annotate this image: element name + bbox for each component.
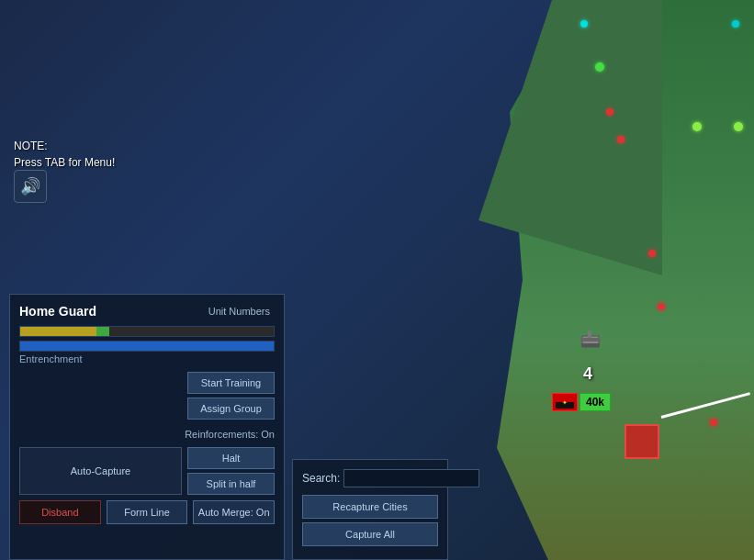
unit-control-panel: Home Guard Unit Numbers Entrenchment Sta… <box>9 294 285 560</box>
search-label: Search: <box>302 472 340 485</box>
map-dot-4 <box>734 122 743 131</box>
sound-icon[interactable]: 🔊 <box>14 170 47 203</box>
reinforcements-status: Reinforcements: On <box>19 429 275 440</box>
start-training-button[interactable]: Start Training <box>187 372 275 394</box>
halt-button[interactable]: Halt <box>187 447 275 469</box>
bottom-button-row: Disband Form Line Auto Merge: On <box>19 500 275 524</box>
panel-header: Home Guard Unit Numbers <box>19 304 275 319</box>
map-dot-1 <box>732 20 739 28</box>
halt-split-col: Halt Split in half <box>187 447 275 495</box>
entrenchment-fill <box>20 342 274 351</box>
search-input[interactable] <box>343 469 479 487</box>
unit-flag: ✦ <box>552 393 578 411</box>
auto-merge-button[interactable]: Auto Merge: On <box>193 500 275 524</box>
strength-bar <box>19 326 275 337</box>
svg-rect-6 <box>581 343 600 347</box>
svg-text:✦: ✦ <box>562 399 568 406</box>
strength-green-segment <box>96 327 109 336</box>
svg-rect-4 <box>588 330 591 338</box>
panel-title: Home Guard <box>19 304 96 319</box>
panel-two-col: Start Training Assign Group <box>19 372 275 420</box>
action-row-mid: Auto-Capture Halt Split in half <box>19 447 275 495</box>
svg-rect-5 <box>580 338 601 342</box>
map-dot-5 <box>606 108 613 116</box>
auto-capture-button[interactable]: Auto-Capture <box>67 456 134 486</box>
strength-yellow-segment <box>20 327 96 336</box>
map-dot-9 <box>710 419 717 426</box>
map-dot-2 <box>595 62 604 72</box>
unit-display: ✦ 40k <box>552 393 611 411</box>
split-in-half-button[interactable]: Split in half <box>187 473 275 495</box>
search-row: Search: <box>302 469 438 487</box>
entrenchment-label: Entrenchment <box>19 353 275 364</box>
unit-tank-icon <box>580 329 601 356</box>
map-dot-0 <box>580 20 588 28</box>
form-line-button[interactable]: Form Line <box>107 500 188 524</box>
panel-left-col <box>19 372 180 420</box>
map-dot-7 <box>648 250 656 257</box>
strength-bar-container <box>19 326 275 337</box>
map-dot-8 <box>658 303 665 310</box>
assign-group-button[interactable]: Assign Group <box>187 398 275 420</box>
angola-flag-icon: ✦ <box>556 396 574 409</box>
disband-button[interactable]: Disband <box>19 500 101 524</box>
map-dot-3 <box>692 122 702 131</box>
map-unit-number: 4 <box>583 364 592 384</box>
unit-damaged-indicator <box>625 424 659 459</box>
unit-numbers-button[interactable]: Unit Numbers <box>204 304 275 319</box>
search-panel: Search: Recapture Cities Capture All <box>292 459 448 560</box>
strength-empty-segment <box>109 327 274 336</box>
recapture-cities-button[interactable]: Recapture Cities <box>302 495 438 519</box>
entrenchment-bar <box>19 341 275 352</box>
note-text: NOTE: Press TAB for Menu! <box>14 138 115 171</box>
entrenchment-bar-container: Entrenchment <box>19 341 275 364</box>
auto-capture-container: Auto-Capture <box>19 447 182 495</box>
capture-all-button[interactable]: Capture All <box>302 522 438 546</box>
unit-count: 40k <box>580 393 611 411</box>
map-dot-6 <box>617 136 625 143</box>
panel-action-buttons: Start Training Assign Group <box>187 372 275 420</box>
